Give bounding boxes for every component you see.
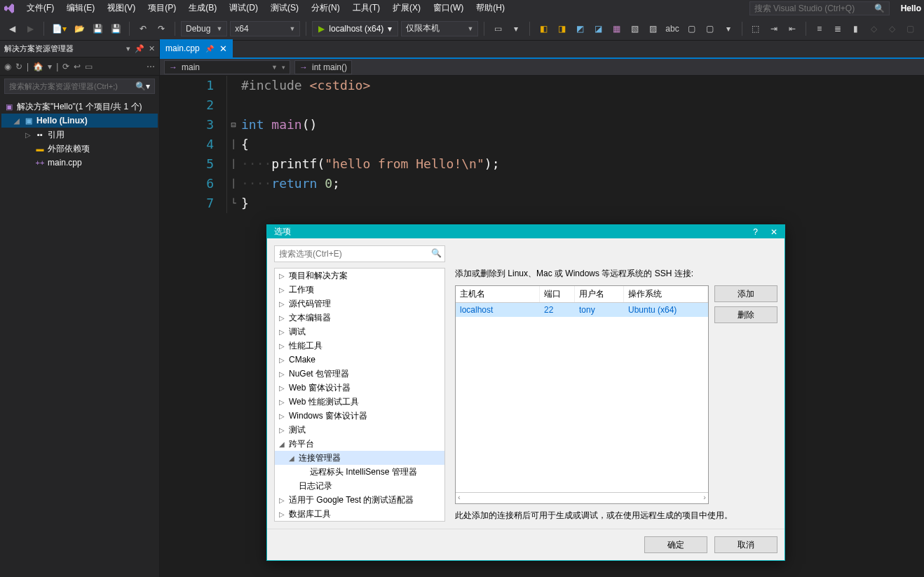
tree-item[interactable]: ▷数据库工具: [275, 507, 444, 521]
help-icon[interactable]: ?: [753, 227, 758, 237]
close-icon[interactable]: ✕: [770, 227, 777, 237]
tree-item[interactable]: ▷适用于 Google Test 的测试适配器: [275, 493, 444, 507]
nav-fwd-icon[interactable]: ▶: [22, 21, 38, 36]
home-icon[interactable]: ◉: [4, 62, 11, 72]
tree-item-crossplatform[interactable]: ◢跨平台: [275, 437, 444, 451]
expand-icon[interactable]: ◢: [13, 117, 21, 125]
collapse-icon[interactable]: ▾: [48, 62, 52, 72]
menu-tools[interactable]: 工具(T): [347, 1, 386, 15]
menu-edit[interactable]: 编辑(E): [61, 1, 100, 15]
toolbar-icon-22[interactable]: ▢: [903, 21, 918, 36]
col-host[interactable]: 主机名: [456, 286, 540, 302]
solution-search[interactable]: 🔍▾: [4, 79, 155, 94]
toolbar-icon-15[interactable]: ⇥: [766, 21, 782, 36]
menu-project[interactable]: 项目(P): [142, 1, 182, 15]
references-node[interactable]: ▷ ▪▪ 引用: [1, 128, 158, 142]
scope-dropdown[interactable]: 仅限本机▼: [401, 21, 478, 36]
redo-icon[interactable]: ↷: [154, 21, 169, 36]
project-node[interactable]: ◢ ▣ Hello (Linux): [1, 114, 158, 128]
global-search-input[interactable]: [754, 4, 871, 13]
tree-item[interactable]: ▷项目和解决方案: [275, 269, 444, 283]
tree-item[interactable]: ▷Windows 窗体设计器: [275, 409, 444, 423]
table-row[interactable]: localhost 22 tony Ubuntu (x64): [456, 303, 708, 317]
run-button[interactable]: ▶ localhost (x64) ▾: [312, 21, 398, 36]
menu-extensions[interactable]: 扩展(X): [387, 1, 426, 15]
sync-icon[interactable]: ⟳: [62, 62, 69, 72]
add-button[interactable]: 添加: [714, 285, 777, 302]
more-icon[interactable]: ⋯: [147, 62, 155, 72]
toolbar-icon-3[interactable]: ◧: [536, 21, 551, 36]
tree-item[interactable]: ▷源代码管理: [275, 297, 444, 311]
toolbar-icon-11[interactable]: ▢: [684, 21, 700, 36]
menu-debug[interactable]: 调试(D): [224, 1, 264, 15]
menu-analyze[interactable]: 分析(N): [306, 1, 346, 15]
tree-item-connection-manager[interactable]: ◢连接管理器: [275, 451, 444, 465]
home2-icon[interactable]: 🏠: [33, 62, 43, 72]
function-dropdown[interactable]: → int main(): [294, 60, 352, 74]
cancel-button[interactable]: 取消: [714, 536, 777, 553]
toolbar-icon-20[interactable]: ◇: [867, 21, 882, 36]
toolbar-icon-10[interactable]: abc: [663, 21, 681, 36]
menu-help[interactable]: 帮助(H): [470, 1, 510, 15]
panel-pin-icon[interactable]: 📌: [135, 44, 144, 53]
menu-file[interactable]: 文件(F): [21, 1, 60, 15]
tree-item[interactable]: ▷工作项: [275, 283, 444, 297]
dialog-title-bar[interactable]: 选项 ? ✕: [267, 225, 784, 238]
tree-item[interactable]: ▷Web 窗体设计器: [275, 381, 444, 395]
toolbar-icon-9[interactable]: ▨: [645, 21, 660, 36]
tree-item[interactable]: ▷调试: [275, 325, 444, 339]
col-port[interactable]: 端口: [540, 286, 575, 302]
options-tree[interactable]: ▷项目和解决方案 ▷工作项 ▷源代码管理 ▷文本编辑器 ▷调试 ▷性能工具 ▷C…: [274, 268, 445, 522]
menu-build[interactable]: 生成(B): [183, 1, 222, 15]
scope-dropdown[interactable]: → main ▼ ▾: [164, 60, 290, 74]
config-dropdown[interactable]: Debug▼: [181, 21, 227, 36]
tree-item[interactable]: ▷测试: [275, 423, 444, 437]
file-node[interactable]: ++ main.cpp: [1, 156, 158, 170]
save-all-icon[interactable]: 💾: [108, 21, 123, 36]
tree-item[interactable]: ▷CMake: [275, 353, 444, 367]
toolbar-icon-18[interactable]: ≣: [830, 21, 845, 36]
toolbar-icon-12[interactable]: ▢: [702, 21, 718, 36]
options-search-input[interactable]: [274, 245, 445, 262]
table-scrollbar[interactable]: ‹›: [456, 492, 708, 503]
toolbar-icon-4[interactable]: ◨: [554, 21, 569, 36]
toolbar-icon-7[interactable]: ▦: [609, 21, 624, 36]
panel-dropdown-icon[interactable]: ▾: [126, 44, 130, 53]
save-icon[interactable]: 💾: [90, 21, 105, 36]
toolbar-icon-1[interactable]: ▭: [490, 21, 505, 36]
toolbar-icon-21[interactable]: ◇: [885, 21, 900, 36]
back-icon[interactable]: ↩: [74, 62, 81, 72]
toolbar-icon-14[interactable]: ⬚: [748, 21, 763, 36]
global-search[interactable]: 🔍: [749, 1, 890, 15]
solution-search-input[interactable]: [9, 82, 135, 90]
toolbar-icon-16[interactable]: ⇤: [784, 21, 800, 36]
nav-back-icon[interactable]: ◀: [4, 21, 20, 36]
external-deps-node[interactable]: ▬ 外部依赖项: [1, 142, 158, 156]
new-item-icon[interactable]: 📄▾: [50, 21, 69, 36]
panel-close-icon[interactable]: ✕: [149, 44, 155, 53]
tree-item[interactable]: ▷文本编辑器: [275, 311, 444, 325]
remove-button[interactable]: 删除: [714, 306, 777, 323]
open-icon[interactable]: 📂: [72, 21, 87, 36]
expand-icon[interactable]: ▷: [24, 131, 32, 139]
platform-dropdown[interactable]: x64▼: [230, 21, 300, 36]
ok-button[interactable]: 确定: [644, 536, 707, 553]
tree-item[interactable]: ▷性能工具: [275, 339, 444, 353]
tree-item[interactable]: 日志记录: [275, 479, 444, 493]
refresh-icon[interactable]: ↻: [15, 62, 22, 72]
tab-pin-icon[interactable]: 📌: [205, 45, 214, 53]
options-search[interactable]: 🔍: [274, 245, 777, 262]
col-user[interactable]: 用户名: [575, 286, 624, 302]
toolbar-icon-13[interactable]: ▾: [721, 21, 736, 36]
toolbar-icon-2[interactable]: ▾: [508, 21, 524, 36]
toolbar-icon-19[interactable]: ▮: [848, 21, 864, 36]
toolbar-icon-8[interactable]: ▧: [627, 21, 642, 36]
menu-view[interactable]: 视图(V): [102, 1, 141, 15]
tab-close-icon[interactable]: ✕: [219, 43, 227, 54]
toolbar-icon-6[interactable]: ◪: [590, 21, 606, 36]
col-os[interactable]: 操作系统: [624, 286, 708, 302]
undo-icon[interactable]: ↶: [135, 21, 151, 36]
tree-item[interactable]: 远程标头 IntelliSense 管理器: [275, 465, 444, 479]
tree-item[interactable]: ▷NuGet 包管理器: [275, 367, 444, 381]
connections-table[interactable]: 主机名 端口 用户名 操作系统 localhost 22 tony Ubuntu…: [455, 285, 709, 504]
